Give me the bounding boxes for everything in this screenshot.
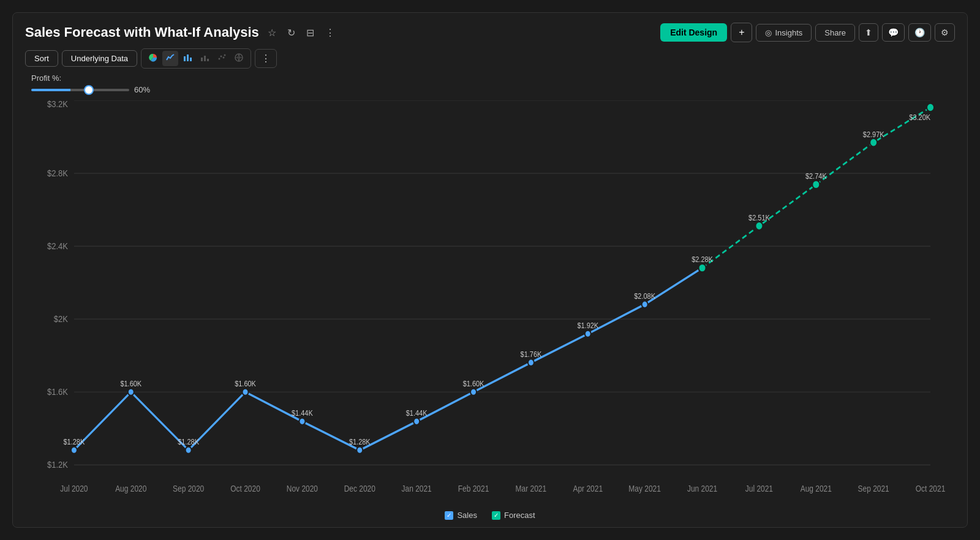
svg-text:Sep 2021: Sep 2021 [858,484,889,493]
sales-point-aug2020[interactable] [128,389,134,396]
svg-text:$2.51K: $2.51K [748,213,770,222]
map-icon[interactable] [231,51,247,66]
svg-text:Jul 2021: Jul 2021 [745,484,773,493]
svg-text:$1.60K: $1.60K [463,379,484,388]
svg-rect-4 [204,56,206,61]
svg-text:Mar 2021: Mar 2021 [516,484,547,493]
sales-legend-label: Sales [457,511,477,520]
refresh-icon-button[interactable]: ↻ [285,24,298,41]
svg-rect-0 [184,56,186,61]
settings-button[interactable]: ⚙ [935,23,955,42]
add-button[interactable]: + [731,23,752,42]
svg-text:$2.08K: $2.08K [634,291,655,301]
right-actions: Edit Design + ◎ Insights Share ⬆ 💬 🕐 ⚙ [660,23,955,42]
svg-text:Aug 2020: Aug 2020 [115,484,146,493]
svg-text:$1.44K: $1.44K [406,408,428,418]
forecast-legend-label: Forecast [504,511,535,520]
svg-text:Dec 2020: Dec 2020 [344,484,375,493]
svg-text:$2.74K: $2.74K [805,171,827,181]
forecast-checkbox[interactable]: ✓ [492,511,500,520]
profit-value: 60% [134,85,159,94]
svg-text:$3.2K: $3.2K [47,100,69,110]
chart-title: Sales Forecast with What-If Analysis [25,24,259,40]
svg-text:Jun 2021: Jun 2021 [687,484,717,493]
schedule-button[interactable]: 🕐 [908,23,931,42]
sales-point-may2021[interactable] [642,301,648,307]
svg-text:$1.28K: $1.28K [349,437,371,446]
legend-forecast[interactable]: ✓ Forecast [492,511,535,520]
svg-text:$2.97K: $2.97K [863,130,884,139]
insights-button[interactable]: ◎ Insights [756,24,812,42]
svg-rect-2 [190,58,192,61]
profit-slider[interactable] [31,89,129,91]
header-row: Sales Forecast with What-If Analysis ☆ ↻… [25,23,955,42]
profit-slider-area: Profit %: 60% [31,73,955,94]
title-area: Sales Forecast with What-If Analysis ☆ ↻… [25,24,337,41]
svg-text:$1.2K: $1.2K [47,459,69,470]
sales-point-nov2020[interactable] [299,418,305,425]
bar-chart-icon[interactable] [179,51,195,66]
save-icon-button[interactable]: ⊟ [304,24,317,41]
forecast-point-sep2021[interactable] [870,138,877,147]
scatter-icon[interactable] [214,51,230,66]
svg-text:Nov 2020: Nov 2020 [287,484,318,493]
forecast-point-jun2021[interactable] [699,264,706,272]
underlying-data-button[interactable]: Underlying Data [62,50,137,67]
svg-text:$3.20K: $3.20K [909,113,930,122]
share-button[interactable]: Share [815,24,855,42]
legend-sales[interactable]: ✓ Sales [445,511,477,520]
svg-text:Jan 2021: Jan 2021 [402,484,432,493]
sales-point-oct2020[interactable] [243,389,249,396]
svg-text:Jul 2020: Jul 2020 [60,484,88,493]
svg-text:May 2021: May 2021 [628,484,661,493]
svg-point-8 [223,57,225,59]
upload-button[interactable]: ⬆ [859,23,878,42]
svg-text:Feb 2021: Feb 2021 [458,484,489,493]
sales-point-dec2020[interactable] [356,447,363,454]
svg-text:Oct 2020: Oct 2020 [230,484,260,493]
insights-label: Insights [775,28,802,37]
comment-button[interactable]: 💬 [882,23,905,42]
chart-type-selector [141,48,251,69]
sales-point-feb2021[interactable] [470,389,477,396]
pie-chart-icon[interactable] [145,51,161,66]
svg-text:$1.76K: $1.76K [521,350,542,359]
svg-rect-1 [187,54,189,61]
svg-text:Oct 2021: Oct 2021 [916,484,946,493]
sales-checkbox[interactable]: ✓ [445,511,453,520]
toolbar-more-button[interactable]: ⋮ [255,49,277,68]
more-icon-button[interactable]: ⋮ [323,24,337,41]
sales-point-jul2020[interactable] [71,447,77,454]
svg-text:Sep 2020: Sep 2020 [173,484,204,493]
insights-icon: ◎ [765,28,772,37]
sort-button[interactable]: Sort [25,50,58,67]
sales-point-mar2021[interactable] [528,359,534,366]
legend-row: ✓ Sales ✓ Forecast [25,511,955,520]
sales-point-jan2021[interactable] [413,418,420,425]
svg-text:$2.8K: $2.8K [47,168,69,178]
svg-text:$2.4K: $2.4K [47,241,69,251]
line-chart-icon[interactable] [162,51,178,66]
profit-label: Profit %: [31,73,955,83]
svg-text:$2.28K: $2.28K [692,255,713,264]
edit-design-button[interactable]: Edit Design [660,23,727,42]
sales-point-apr2021[interactable] [585,331,591,337]
svg-text:$1.6K: $1.6K [47,386,69,397]
svg-text:Aug 2021: Aug 2021 [801,484,832,493]
svg-text:$1.28K: $1.28K [64,437,85,446]
forecast-point-jul2021[interactable] [755,222,763,230]
svg-rect-5 [207,59,209,61]
sales-point-sep2020[interactable] [186,447,192,454]
slider-container: 60% [31,85,955,94]
stacked-bar-icon[interactable] [197,51,213,66]
svg-text:$1.44K: $1.44K [292,408,313,418]
chart-container: $1.2K $1.6K $2K $2.4K $2.8K $3.2K Jul 20… [25,100,955,507]
star-icon-button[interactable]: ☆ [265,24,279,41]
svg-text:$1.60K: $1.60K [120,379,141,388]
svg-text:Apr 2021: Apr 2021 [573,484,603,493]
forecast-point-aug2021[interactable] [812,181,820,189]
svg-text:$1.28K: $1.28K [178,437,199,446]
main-chart-svg: $1.2K $1.6K $2K $2.4K $2.8K $3.2K Jul 20… [25,100,955,507]
forecast-point-oct2021[interactable] [927,103,934,112]
svg-point-6 [219,58,221,60]
